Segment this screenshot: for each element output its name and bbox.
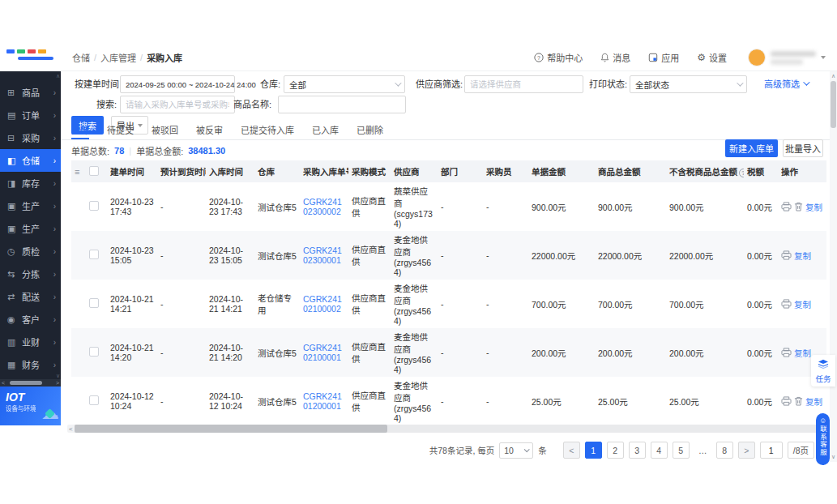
prev-page-button[interactable]: < bbox=[563, 442, 580, 459]
print-button[interactable] bbox=[781, 348, 792, 357]
breadcrumb-inbound-mgmt[interactable]: 入库管理 bbox=[100, 51, 136, 64]
sidebar-item-customers[interactable]: ◉ 客户› bbox=[0, 308, 61, 331]
sidebar-scroll-down-icon[interactable]: ∨ bbox=[56, 373, 60, 378]
delete-button[interactable] bbox=[794, 396, 803, 406]
apps-button[interactable]: 应用 bbox=[648, 51, 679, 64]
summary-bar: 单据总数: 78 | 单据总金额: 38481.30 bbox=[71, 144, 225, 157]
cell-inbound: 2024-10-21 14:21 bbox=[206, 280, 254, 328]
copy-link[interactable]: 复制 bbox=[805, 201, 822, 213]
page-button-4[interactable]: 4 bbox=[651, 442, 668, 459]
tab-已提交待入库[interactable]: 已提交待入库 bbox=[241, 123, 294, 139]
next-page-button[interactable]: > bbox=[738, 442, 755, 459]
table-horizontal-scrollbar[interactable]: < > bbox=[67, 425, 826, 433]
page-button-5[interactable]: 5 bbox=[673, 442, 690, 459]
supplier-input[interactable] bbox=[470, 79, 578, 89]
main-content: 按建单时间 2024-09-25 00:00 ~ 2024-10-24 24:0… bbox=[61, 71, 837, 462]
copy-link[interactable]: 复制 bbox=[794, 298, 811, 310]
sidebar-horizontal-scrollbar[interactable]: < > bbox=[0, 379, 61, 387]
row-checkbox[interactable] bbox=[89, 395, 99, 405]
order-number-link[interactable]: CGRK24102300002 bbox=[303, 197, 342, 216]
question-circle-icon: ? bbox=[534, 53, 544, 62]
per-page-select[interactable]: 10 bbox=[499, 442, 533, 459]
tab-被驳回[interactable]: 被驳回 bbox=[152, 123, 178, 139]
order-number-link[interactable]: CGRK24102100002 bbox=[303, 294, 342, 314]
sidebar-item-sorting[interactable]: ⇆ 分拣› bbox=[0, 263, 61, 285]
tab-已入库[interactable]: 已入库 bbox=[312, 123, 339, 139]
scroll-down-icon[interactable]: ∨ bbox=[830, 454, 837, 460]
scrollbar-thumb[interactable] bbox=[10, 381, 42, 385]
sidebar-item-quality[interactable]: ◷ 质检› bbox=[0, 240, 61, 263]
product-name-box[interactable] bbox=[278, 96, 406, 113]
scroll-up-icon[interactable]: ∧ bbox=[830, 73, 837, 79]
page-button-2[interactable]: 2 bbox=[607, 442, 624, 459]
row-checkbox[interactable] bbox=[89, 347, 99, 357]
batch-import-button[interactable]: 批量导入 bbox=[783, 139, 823, 157]
vertical-scrollbar[interactable]: ∧ ∨ bbox=[830, 71, 837, 462]
order-number-link[interactable]: CGRK24102100001 bbox=[303, 343, 342, 362]
sidebar-item-biz-finance[interactable]: ▥ 业财› bbox=[0, 331, 61, 353]
messages-button[interactable]: 消息 bbox=[600, 51, 630, 64]
sidebar-item-production[interactable]: ▣ 生产› bbox=[0, 194, 61, 217]
chevron-right-icon: › bbox=[53, 224, 56, 233]
warehouse-select[interactable]: 全部 bbox=[284, 75, 405, 93]
scroll-left-icon[interactable]: < bbox=[0, 380, 6, 386]
tab-已删除[interactable]: 已删除 bbox=[357, 123, 383, 139]
cell-mode: 供应商直供 bbox=[348, 280, 391, 328]
tab-被反审[interactable]: 被反审 bbox=[196, 123, 223, 139]
create-inbound-button[interactable]: 新建入库单 bbox=[725, 139, 778, 157]
sidebar-scroll-up-icon[interactable]: ∧ bbox=[56, 73, 60, 79]
scroll-left-icon[interactable]: < bbox=[67, 425, 75, 433]
order-number-link[interactable]: CGRK24102300001 bbox=[303, 246, 342, 265]
select-all-checkbox[interactable] bbox=[89, 166, 99, 176]
sidebar-item-products[interactable]: ⊞ 商品› bbox=[0, 81, 61, 104]
print-button[interactable] bbox=[781, 299, 792, 309]
sidebar-item-purchase[interactable]: ⊟ 采购› bbox=[0, 126, 61, 149]
task-float-button[interactable]: 任务 bbox=[811, 355, 835, 387]
help-center-button[interactable]: ? 帮助中心 bbox=[534, 51, 583, 64]
copy-link[interactable]: 复制 bbox=[805, 395, 822, 408]
logo[interactable] bbox=[0, 45, 61, 71]
advanced-filter-link[interactable]: 高级筛选 bbox=[764, 77, 808, 90]
contact-service-button[interactable]: ☺ 联系客服 bbox=[816, 413, 830, 465]
print-button[interactable] bbox=[781, 202, 792, 211]
scrollbar-thumb[interactable] bbox=[75, 425, 387, 433]
sidebar-item-finance[interactable]: ▦ 财务› bbox=[0, 353, 61, 376]
print-button[interactable] bbox=[781, 396, 792, 406]
chevron-down-icon bbox=[737, 79, 743, 86]
page-button-8[interactable]: 8 bbox=[716, 442, 733, 459]
tab-待提交[interactable]: 待提交 bbox=[107, 123, 134, 139]
row-checkbox[interactable] bbox=[89, 201, 99, 211]
print-status-select[interactable]: 全部状态 bbox=[630, 75, 747, 93]
page-ellipsis: … bbox=[694, 442, 711, 459]
scrollbar-thumb[interactable] bbox=[831, 81, 836, 128]
print-status-label: 打印状态: bbox=[589, 75, 627, 93]
sidebar-item-warehouse[interactable]: ◧ 仓储› bbox=[0, 149, 61, 172]
order-number-link[interactable]: CGRK24101200001 bbox=[303, 391, 342, 411]
sidebar-item-inventory[interactable]: ◨ 库存› bbox=[0, 172, 61, 194]
supplier-select[interactable] bbox=[464, 75, 583, 93]
sidebar-item-production2[interactable]: ▣ 生产› bbox=[0, 217, 61, 240]
copy-link[interactable]: 复制 bbox=[794, 250, 811, 262]
user-menu[interactable] bbox=[748, 49, 826, 66]
row-checkbox[interactable] bbox=[89, 250, 99, 259]
row-checkbox[interactable] bbox=[89, 298, 99, 308]
iot-banner[interactable]: IOT 设备与环境 ☁ bbox=[0, 387, 61, 425]
page-button-3[interactable]: 3 bbox=[629, 442, 646, 459]
page-jump-input[interactable] bbox=[760, 442, 783, 459]
search-input[interactable] bbox=[126, 100, 229, 109]
sidebar-item-delivery[interactable]: ⇄ 配送› bbox=[0, 285, 61, 308]
product-name-input[interactable] bbox=[284, 100, 400, 109]
settings-button[interactable]: ⚙ 设置 bbox=[697, 51, 727, 64]
page-button-1[interactable]: 1 bbox=[585, 442, 602, 459]
tab-全部[interactable]: 全部 bbox=[71, 123, 89, 139]
delete-button[interactable] bbox=[794, 202, 803, 211]
copy-link[interactable]: 复制 bbox=[794, 347, 811, 359]
search-box[interactable] bbox=[120, 96, 235, 113]
cell-dept: - bbox=[438, 328, 483, 377]
sidebar-item-orders[interactable]: ▤ 订单› bbox=[0, 104, 61, 126]
scroll-right-icon[interactable]: > bbox=[54, 380, 61, 386]
column-settings-icon[interactable]: ≡ bbox=[75, 167, 79, 177]
date-range-input[interactable]: 2024-09-25 00:00 ~ 2024-10-24 24:00 bbox=[120, 75, 235, 93]
print-button[interactable] bbox=[781, 250, 792, 260]
breadcrumb-warehouse[interactable]: 仓储 bbox=[72, 51, 90, 64]
